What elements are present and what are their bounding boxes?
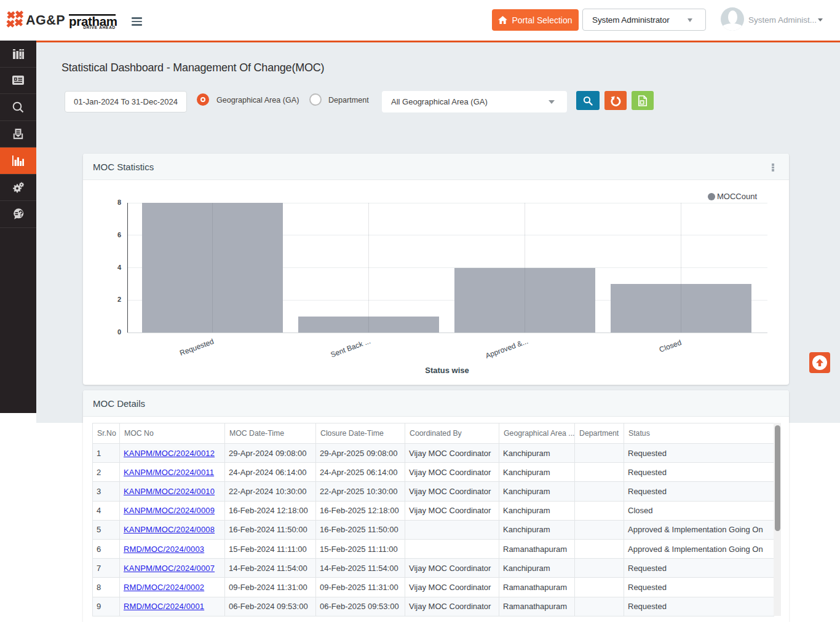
svg-text:DRIVE AHEAD: DRIVE AHEAD <box>83 25 116 30</box>
svg-text:AG&P: AG&P <box>26 13 65 28</box>
